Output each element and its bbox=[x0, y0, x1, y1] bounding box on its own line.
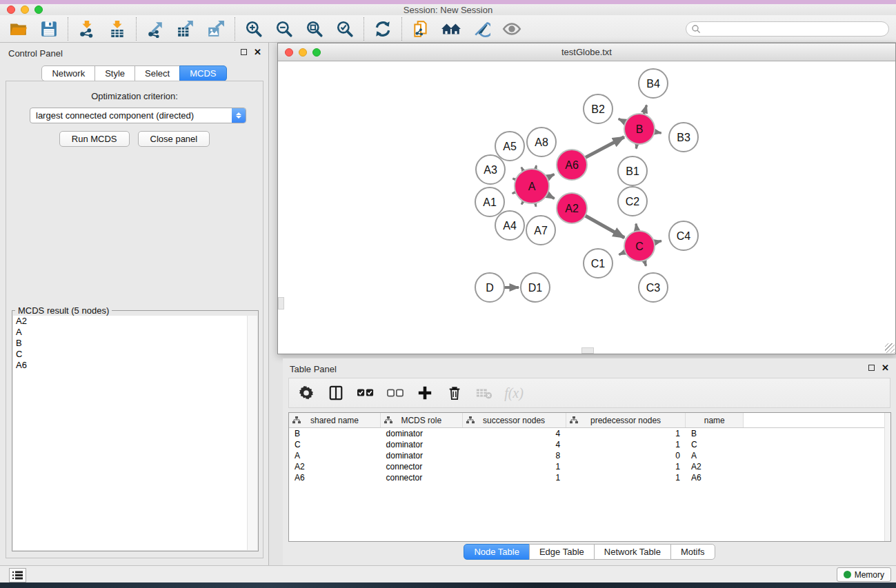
table-cell[interactable]: connector bbox=[381, 472, 463, 483]
table-cell[interactable]: 1 bbox=[566, 439, 686, 450]
table-row[interactable]: Cdominator41C bbox=[289, 439, 890, 450]
graph-edge-A2-C[interactable] bbox=[584, 215, 624, 237]
desktop-background-strip bbox=[0, 582, 896, 588]
table-cell[interactable]: dominator bbox=[381, 428, 463, 440]
show-details-eye-icon[interactable] bbox=[501, 19, 522, 39]
column-header-MCDS-role[interactable]: MCDS role bbox=[381, 413, 463, 428]
graph-edge-A6-B[interactable] bbox=[585, 137, 624, 158]
home-icon[interactable] bbox=[441, 19, 461, 39]
float-panel-icon[interactable] bbox=[241, 49, 247, 55]
result-item[interactable]: A bbox=[13, 327, 248, 338]
zoom-in-icon[interactable] bbox=[243, 19, 264, 39]
result-item[interactable]: C bbox=[13, 349, 248, 360]
tab-node-table[interactable]: Node Table bbox=[464, 544, 530, 560]
table-cell[interactable]: 1 bbox=[462, 472, 566, 483]
show-panels-icon[interactable] bbox=[327, 384, 345, 402]
tab-edge-table[interactable]: Edge Table bbox=[529, 544, 595, 560]
column-header-predecessor-nodes[interactable]: predecessor nodes bbox=[566, 413, 686, 428]
table-cell[interactable]: C bbox=[686, 439, 743, 450]
tab-network-table[interactable]: Network Table bbox=[594, 544, 671, 560]
table-cell[interactable]: B bbox=[686, 428, 743, 440]
export-table-icon[interactable] bbox=[175, 19, 196, 39]
table-cell[interactable]: A bbox=[289, 450, 381, 461]
table-cell[interactable]: A2 bbox=[289, 461, 381, 472]
tab-mcds[interactable]: MCDS bbox=[179, 65, 226, 81]
import-table-icon[interactable] bbox=[107, 19, 128, 39]
table-cell[interactable]: A6 bbox=[289, 472, 381, 483]
tab-motifs[interactable]: Motifs bbox=[670, 544, 715, 560]
result-scrollbar[interactable] bbox=[247, 316, 257, 550]
unselect-all-icon[interactable] bbox=[386, 384, 404, 402]
column-header-successor-nodes[interactable]: successor nodes bbox=[462, 413, 566, 428]
criterion-select[interactable]: largest connected component (directed) bbox=[30, 108, 246, 123]
table-cell[interactable]: A2 bbox=[686, 461, 743, 472]
search-icon bbox=[691, 24, 701, 34]
search-input[interactable] bbox=[701, 23, 888, 34]
table-cell[interactable]: A bbox=[686, 450, 743, 461]
column-header-name[interactable]: name bbox=[686, 413, 743, 428]
column-header-shared-name[interactable]: shared name bbox=[289, 413, 381, 428]
table-scrollbar[interactable] bbox=[884, 413, 890, 541]
table-cell[interactable]: 1 bbox=[462, 461, 566, 472]
table-cell[interactable]: A6 bbox=[686, 472, 743, 483]
vertical-scrollbar-stub[interactable] bbox=[278, 297, 284, 310]
result-item[interactable]: A6 bbox=[13, 360, 248, 371]
open-file-icon[interactable] bbox=[8, 19, 29, 39]
table-cell[interactable]: dominator bbox=[381, 439, 463, 450]
result-item[interactable]: A2 bbox=[13, 316, 248, 327]
tab-style[interactable]: Style bbox=[94, 65, 135, 81]
network-canvas[interactable]: B4B2BB3A5A8A6A3B1AA1C2A2A4A7C4CC1C3DD1 bbox=[278, 61, 895, 354]
tab-select[interactable]: Select bbox=[135, 65, 180, 81]
clone-network-icon[interactable] bbox=[410, 19, 431, 39]
table-cell[interactable]: 8 bbox=[462, 450, 566, 461]
table-cell[interactable]: 0 bbox=[566, 450, 686, 461]
result-item[interactable]: B bbox=[13, 338, 248, 349]
table-row[interactable]: A6connector11A6 bbox=[289, 472, 890, 483]
zoom-out-icon[interactable] bbox=[274, 19, 295, 39]
table-cell[interactable]: 1 bbox=[566, 461, 686, 472]
float-table-panel-icon[interactable] bbox=[868, 365, 875, 371]
add-column-icon[interactable] bbox=[416, 384, 434, 402]
table-cell[interactable]: 4 bbox=[462, 428, 566, 440]
table-cell[interactable]: C bbox=[289, 439, 381, 450]
save-session-icon[interactable] bbox=[39, 19, 59, 39]
refresh-icon[interactable] bbox=[372, 19, 393, 39]
delete-column-trash-icon[interactable] bbox=[446, 384, 464, 402]
table-row[interactable]: Adominator80A bbox=[289, 450, 890, 461]
graph-node-label: A3 bbox=[484, 164, 497, 176]
mcds-result-list[interactable]: A2ABCA6 bbox=[13, 316, 248, 550]
table-cell[interactable]: connector bbox=[381, 461, 463, 472]
column-type-icon bbox=[292, 416, 301, 426]
hide-labels-icon[interactable] bbox=[471, 19, 492, 39]
function-builder-icon[interactable]: f(x) bbox=[505, 384, 523, 402]
network-graph: B4B2BB3A5A8A6A3B1AA1C2A2A4A7C4CC1C3DD1 bbox=[278, 61, 895, 354]
run-mcds-button[interactable]: Run MCDS bbox=[59, 131, 130, 147]
select-all-icon[interactable] bbox=[357, 384, 375, 402]
table-settings-gear-icon[interactable] bbox=[297, 384, 315, 402]
import-network-icon[interactable] bbox=[77, 19, 97, 39]
mcds-tab-content: Optimization criterion: largest connecte… bbox=[6, 81, 263, 558]
task-history-button[interactable] bbox=[9, 568, 26, 582]
close-panel-button[interactable]: Close panel bbox=[138, 131, 210, 147]
table-row[interactable]: Bdominator41B bbox=[289, 428, 890, 440]
close-table-panel-icon[interactable]: ✕ bbox=[882, 365, 889, 371]
delete-table-icon[interactable] bbox=[475, 384, 493, 402]
close-panel-icon[interactable]: ✕ bbox=[254, 49, 261, 55]
tab-network[interactable]: Network bbox=[41, 65, 95, 81]
zoom-selected-icon[interactable] bbox=[335, 19, 355, 39]
table-cell[interactable]: 4 bbox=[462, 439, 566, 450]
table-cell[interactable]: 1 bbox=[566, 472, 686, 483]
table-row[interactable]: A2connector11A2 bbox=[289, 461, 890, 472]
table-cell[interactable]: 1 bbox=[566, 428, 686, 440]
horizontal-scrollbar-stub[interactable] bbox=[581, 347, 594, 354]
export-image-icon[interactable] bbox=[206, 19, 226, 39]
export-network-icon[interactable] bbox=[145, 19, 166, 39]
network-window-title: testGlobe.txt bbox=[278, 47, 895, 57]
search-field[interactable] bbox=[686, 21, 889, 37]
memory-button[interactable]: Memory bbox=[837, 567, 891, 582]
table-cell[interactable]: B bbox=[289, 428, 381, 440]
table-cell[interactable]: dominator bbox=[381, 450, 463, 461]
graph-edge-B-B4[interactable] bbox=[644, 105, 646, 115]
resize-grip-icon[interactable] bbox=[885, 343, 895, 353]
zoom-fit-icon[interactable] bbox=[304, 19, 325, 39]
